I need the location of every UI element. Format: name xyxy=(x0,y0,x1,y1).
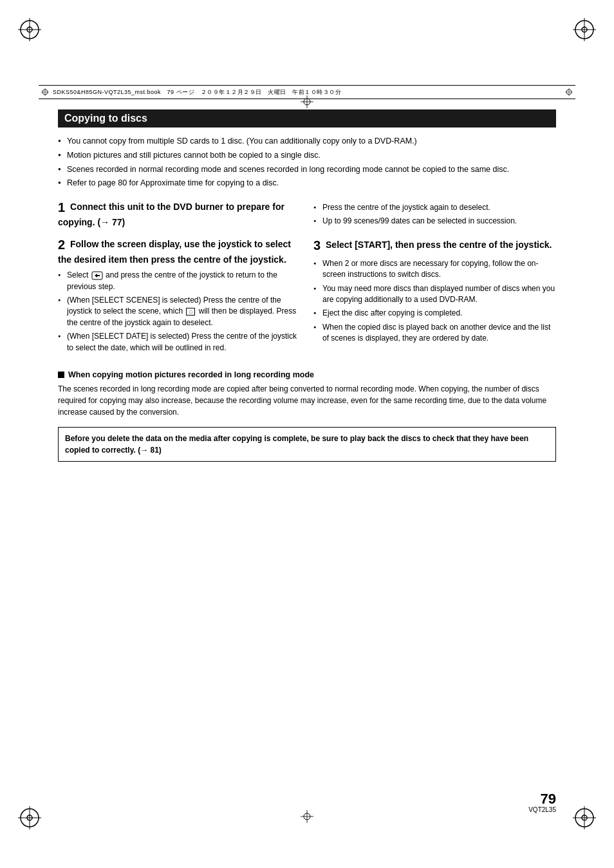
step-2-number: 2 xyxy=(58,238,65,252)
step-2-bullet-3: (When [SELECT DATE] is selected) Press t… xyxy=(58,331,301,354)
step-3-bullets: When 2 or more discs are necessary for c… xyxy=(313,258,556,344)
step-1-number: 1 xyxy=(58,200,65,214)
step-2-bullet-2: (When [SELECT SCENES] is selected) Press… xyxy=(58,295,301,328)
intro-bullet-list: You cannot copy from multiple SD cards t… xyxy=(58,135,556,189)
intro-bullet-1: You cannot copy from multiple SD cards t… xyxy=(58,135,556,147)
scene-checkbox-icon: □ xyxy=(186,308,195,316)
intro-bullet-3: Scenes recorded in normal recording mode… xyxy=(58,164,556,176)
step-2-bullet-1: Select and press the centre of the joyst… xyxy=(58,270,301,292)
header-bar: SDKS50&H85GN-VQT2L35_mst.book 79 ページ ２０９… xyxy=(39,85,575,99)
when-section: When copying motion pictures recorded in… xyxy=(58,370,556,418)
when-heading: When copying motion pictures recorded in… xyxy=(58,370,556,379)
when-body-text: The scenes recorded in long recording mo… xyxy=(58,383,556,418)
column-left: 1 Connect this unit to the DVD burner to… xyxy=(58,198,301,360)
page-code: VQT2L35 xyxy=(528,806,556,813)
intro-bullet-2: Motion pictures and still pictures canno… xyxy=(58,149,556,162)
step-2-right-bullets: Press the centre of the joystick again t… xyxy=(313,202,556,227)
step-2-bullet-3-text: (When [SELECT DATE] is selected) Press t… xyxy=(67,332,297,352)
step-2-right-bullet-2: Up to 99 scenes/99 dates can be selected… xyxy=(313,216,556,227)
square-bullet-icon xyxy=(58,372,64,378)
corner-mark-br xyxy=(573,806,596,829)
step-2-text: Follow the screen display, use the joyst… xyxy=(58,238,291,264)
step-3: 3 Select [START], then press the centre … xyxy=(313,236,556,344)
step-3-bullet-3: Eject the disc after copying is complete… xyxy=(313,308,556,319)
step-2-bullets: Select and press the centre of the joyst… xyxy=(58,270,301,354)
step-3-heading: 3 Select [START], then press the centre … xyxy=(313,236,556,254)
step-2-heading: 2 Follow the screen display, use the joy… xyxy=(58,236,301,267)
step-2: 2 Follow the screen display, use the joy… xyxy=(58,236,301,354)
step-1: 1 Connect this unit to the DVD burner to… xyxy=(58,198,301,229)
page-number-area: 79 VQT2L35 xyxy=(528,792,556,813)
page-number: 79 xyxy=(528,792,556,806)
corner-mark-tl xyxy=(18,18,41,41)
warning-text: Before you delete the data on the media … xyxy=(65,434,528,455)
corner-mark-tr xyxy=(573,18,596,41)
when-heading-text: When copying motion pictures recorded in… xyxy=(68,370,314,379)
step-3-bullet-1: When 2 or more discs are necessary for c… xyxy=(313,258,556,281)
corner-mark-bl xyxy=(18,806,41,829)
column-right: Press the centre of the joystick again t… xyxy=(313,198,556,360)
step-3-number: 3 xyxy=(313,238,321,252)
step-2-right-bullet-1: Press the centre of the joystick again t… xyxy=(313,202,556,213)
two-column-layout: 1 Connect this unit to the DVD burner to… xyxy=(58,198,556,360)
return-arrow-icon xyxy=(91,271,103,280)
warning-box: Before you delete the data on the media … xyxy=(58,427,556,462)
crosshair-header-right xyxy=(565,88,573,96)
step-3-text: Select [START], then press the centre of… xyxy=(326,239,552,249)
step-3-bullet-2: You may need more discs than displayed n… xyxy=(313,283,556,306)
step-3-bullet-4: When the copied disc is played back on a… xyxy=(313,322,556,344)
select-label: Select xyxy=(67,270,91,279)
crosshair-header-left xyxy=(41,88,49,96)
section-title: Copying to discs xyxy=(58,109,556,127)
step-1-text: Connect this unit to the DVD burner to p… xyxy=(58,202,284,227)
header-file-info: SDKS50&H85GN-VQT2L35_mst.book 79 ページ ２０９… xyxy=(53,88,341,97)
step-2-right-content: Press the centre of the joystick again t… xyxy=(313,202,556,227)
intro-bullet-4: Refer to page 80 for Approximate time fo… xyxy=(58,177,556,189)
main-content: Copying to discs You cannot copy from mu… xyxy=(58,109,556,462)
step-1-heading: 1 Connect this unit to the DVD burner to… xyxy=(58,198,301,229)
crosshair-bottom xyxy=(301,810,313,823)
